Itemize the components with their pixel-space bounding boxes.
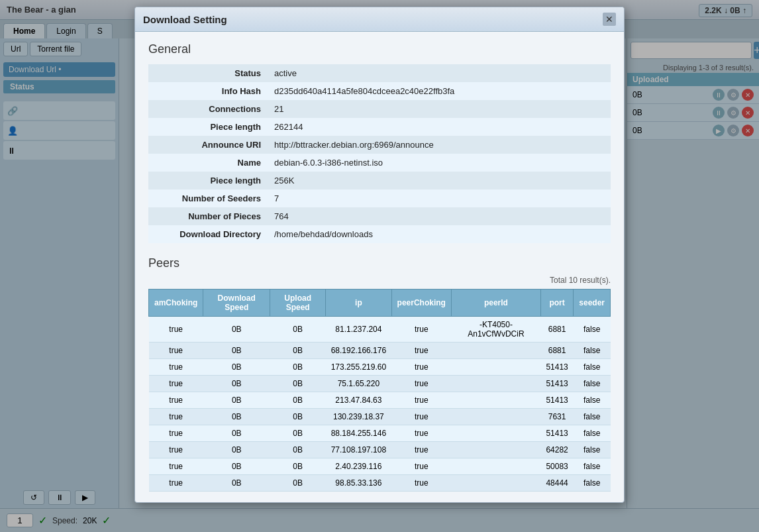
table-cell: 0B	[270, 392, 326, 409]
table-row: true0B0B68.192.166.176true6881false	[149, 343, 611, 359]
field-value: /home/behdad/downloads	[268, 225, 611, 243]
table-cell: true	[391, 425, 451, 442]
modal-title: Download Setting	[143, 14, 227, 25]
field-label: Number of Pieces	[148, 207, 268, 225]
table-cell: true	[149, 359, 203, 376]
table-cell: 51413	[540, 359, 573, 376]
field-value: 764	[268, 207, 611, 225]
table-cell: true	[149, 376, 203, 392]
table-row: Number of Pieces764	[148, 207, 611, 225]
table-cell: 0B	[203, 392, 270, 409]
peers-section-title: Peers	[148, 256, 611, 270]
table-cell	[451, 376, 540, 392]
table-cell: 81.1.237.204	[326, 317, 391, 343]
table-cell: true	[391, 343, 451, 359]
modal-body: General StatusactiveInfo Hashd235dd640a4…	[135, 32, 624, 502]
table-cell	[451, 458, 540, 475]
table-cell: 88.184.255.146	[326, 425, 391, 442]
table-cell: false	[574, 425, 611, 442]
table-cell: true	[149, 317, 203, 343]
table-cell: 68.192.166.176	[326, 343, 391, 359]
table-cell	[451, 392, 540, 409]
table-cell: 51413	[540, 376, 573, 392]
table-cell: 0B	[203, 317, 270, 343]
table-cell: true	[391, 359, 451, 376]
table-cell: false	[574, 343, 611, 359]
table-row: Download Directory/home/behdad/downloads	[148, 225, 611, 243]
table-row: Info Hashd235dd640a4114a5fe804cdceea2c40…	[148, 82, 611, 100]
table-cell: 6881	[540, 343, 573, 359]
column-header: Upload Speed	[270, 290, 326, 317]
column-header: amChoking	[149, 290, 203, 317]
table-cell: true	[149, 409, 203, 425]
table-cell: 0B	[270, 359, 326, 376]
table-cell: 64282	[540, 442, 573, 458]
table-cell: 0B	[203, 376, 270, 392]
table-cell: 0B	[203, 343, 270, 359]
field-value: debian-6.0.3-i386-netinst.iso	[268, 154, 611, 172]
table-cell: 213.47.84.63	[326, 392, 391, 409]
table-cell: 0B	[203, 442, 270, 458]
peers-total: Total 10 result(s).	[148, 276, 611, 285]
table-row: true0B0B98.85.33.136true48444false	[149, 475, 611, 492]
table-cell: 51413	[540, 425, 573, 442]
table-cell: true	[149, 442, 203, 458]
table-cell: false	[574, 359, 611, 376]
table-cell: 0B	[270, 458, 326, 475]
table-cell: 173.255.219.60	[326, 359, 391, 376]
table-cell: true	[391, 376, 451, 392]
field-label: Announce URI	[148, 136, 268, 154]
modal-overlay: Download Setting ✕ General StatusactiveI…	[0, 0, 759, 532]
table-cell: 130.239.18.37	[326, 409, 391, 425]
column-header: ip	[326, 290, 391, 317]
field-value: active	[268, 64, 611, 82]
download-setting-modal: Download Setting ✕ General StatusactiveI…	[134, 7, 625, 503]
table-cell	[451, 409, 540, 425]
table-cell: 98.85.33.136	[326, 475, 391, 492]
column-header: seeder	[574, 290, 611, 317]
table-cell: true	[149, 475, 203, 492]
table-row: Namedebian-6.0.3-i386-netinst.iso	[148, 154, 611, 172]
table-header-row: amChokingDownload SpeedUpload Speedippee…	[149, 290, 611, 317]
table-row: Statusactive	[148, 64, 611, 82]
table-cell: false	[574, 317, 611, 343]
table-cell: true	[391, 475, 451, 492]
field-label: Piece length	[148, 118, 268, 136]
table-cell: true	[149, 343, 203, 359]
table-row: true0B0B81.1.237.204true-KT4050-An1vCfWv…	[149, 317, 611, 343]
table-cell: true	[149, 425, 203, 442]
table-cell: false	[574, 442, 611, 458]
table-cell: 0B	[203, 458, 270, 475]
table-cell: 50083	[540, 458, 573, 475]
table-cell: false	[574, 409, 611, 425]
table-row: true0B0B130.239.18.37true7631false	[149, 409, 611, 425]
table-cell: false	[574, 458, 611, 475]
table-cell: 0B	[270, 425, 326, 442]
table-cell: false	[574, 475, 611, 492]
field-label: Number of Seeders	[148, 189, 268, 207]
table-cell	[451, 359, 540, 376]
table-cell: true	[391, 409, 451, 425]
column-header: port	[540, 290, 573, 317]
table-cell: 77.108.197.108	[326, 442, 391, 458]
table-cell: 51413	[540, 392, 573, 409]
field-value: 7	[268, 189, 611, 207]
general-section-title: General	[148, 42, 611, 56]
table-row: true0B0B2.40.239.116true50083false	[149, 458, 611, 475]
column-header: peerId	[451, 290, 540, 317]
table-cell	[451, 475, 540, 492]
table-cell: false	[574, 392, 611, 409]
modal-close-button[interactable]: ✕	[603, 13, 616, 26]
table-row: Connections21	[148, 100, 611, 118]
column-header: peerChoking	[391, 290, 451, 317]
info-table: StatusactiveInfo Hashd235dd640a4114a5fe8…	[148, 64, 611, 243]
table-cell	[451, 343, 540, 359]
modal-titlebar: Download Setting ✕	[135, 7, 624, 32]
table-cell: 7631	[540, 409, 573, 425]
table-cell: 75.1.65.220	[326, 376, 391, 392]
table-cell: true	[391, 458, 451, 475]
field-label: Status	[148, 64, 268, 82]
field-label: Info Hash	[148, 82, 268, 100]
table-cell: true	[391, 392, 451, 409]
column-header: Download Speed	[203, 290, 270, 317]
